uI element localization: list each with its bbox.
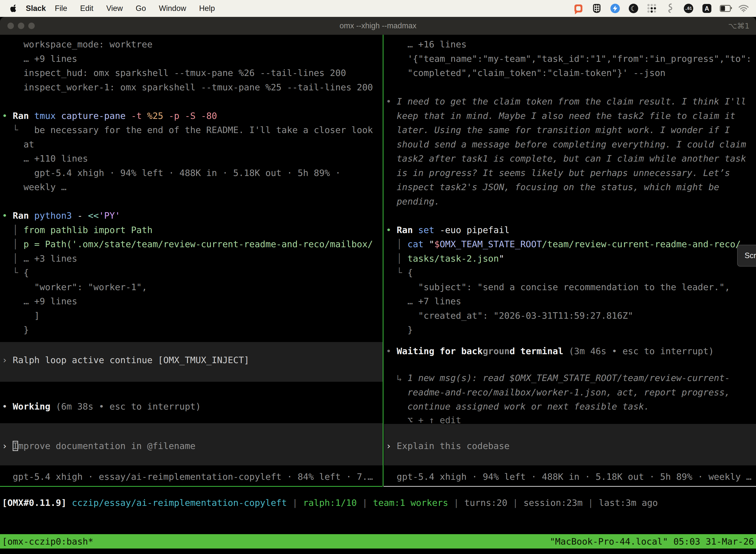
a-app-icon[interactable]: A (701, 3, 712, 14)
apple-menu-icon[interactable] (9, 4, 16, 12)
terminal-line: is in progress? It seems likely but perh… (386, 167, 730, 179)
text-segment: session:23m (523, 498, 582, 508)
text-segment: • (2, 211, 13, 221)
text-segment: | (357, 498, 373, 508)
battery-icon[interactable] (720, 3, 731, 14)
text-segment: … +9 lines (2, 296, 77, 306)
terminal-line: [OMX#0.11.9] cczip/essay/ai-reimplementa… (2, 497, 658, 509)
prompt-input-left[interactable]: › Improve documentation in @filename (0, 423, 383, 465)
squiggle-icon[interactable] (665, 3, 676, 14)
terminal-line: … +9 lines (2, 296, 77, 307)
terminal-line: › Ralph loop active continue [OMX_TMUX_I… (2, 354, 249, 366)
text-segment: set (418, 225, 440, 235)
terminal-line: gpt-5.4 xhigh · 94% left · 488K in · 5.1… (2, 167, 340, 179)
text-segment: › (2, 441, 13, 451)
terminal-line: ] (2, 310, 40, 321)
text-segment: d terminal (510, 346, 569, 356)
text-segment: gpt-5.4 xhigh · 94% left · 488K in · 5.1… (386, 472, 752, 482)
terminal-line: … +16 lines (386, 39, 466, 50)
text-segment: tmux (34, 111, 61, 121)
text-segment: - (77, 211, 88, 221)
terminal-line: '{"team_name":"my-team","task_id":"1","f… (386, 53, 752, 64)
terminal-line: │ from pathlib import Path (2, 224, 152, 236)
terminal-line: "worker": "worker-1", (2, 281, 147, 293)
text-segment: ] (2, 311, 40, 321)
menu-items: FileEditViewGoWindowHelp (48, 4, 221, 13)
text-segment: inspect task2's JSON, focusing on the st… (386, 182, 719, 192)
terminal-window: workspace_mode: worktree … +9 lines insp… (0, 0, 756, 554)
text-segment: └ (2, 125, 34, 135)
moon-circle-icon[interactable]: ☾ (628, 3, 639, 14)
text-segment: pending. (386, 196, 440, 207)
tmux-session-label: [omx-cczip0:bash* (2, 536, 93, 547)
text-segment: } (386, 325, 413, 335)
text-segment: should send a message before completing … (386, 139, 746, 150)
text-segment: │ (386, 254, 407, 264)
terminal-line: • Ran set -euo pipefail (386, 224, 510, 236)
terminal-line: "subject": "send a concise recommendatio… (386, 281, 730, 293)
text-segment: " (429, 239, 434, 249)
pane-divider[interactable] (383, 35, 383, 486)
menu-item-view[interactable]: View (100, 4, 129, 13)
dots-grid-icon[interactable] (646, 3, 657, 14)
blue-bolt-icon[interactable] (610, 3, 621, 14)
terminal-line: } (386, 324, 413, 336)
text-segment: gpt-5.4 xhigh · 94% left · 488K in · 5.1… (2, 168, 340, 178)
text-segment: { (23, 268, 29, 278)
terminal-line: later. Using the same for transition mig… (386, 124, 730, 136)
text-segment: later. Using the same for transition mig… (386, 125, 730, 135)
menu-item-go[interactable]: Go (129, 4, 152, 13)
prompt-input-right[interactable]: › Explain this codebase (384, 424, 756, 465)
terminal-line: readme-and-reco/mailbox/worker-1.json, a… (386, 387, 730, 398)
text-segment: Ran (397, 225, 418, 235)
terminal-line: › Improve documentation in @filename (2, 440, 195, 452)
menu-item-file[interactable]: File (48, 4, 74, 13)
terminal-line: gpt-5.4 xhigh · essay/ai-reimplementatio… (2, 471, 373, 483)
terminal-line: } (2, 324, 29, 336)
text-segment: ↳ (386, 373, 407, 383)
slack-badge-icon[interactable] (573, 3, 584, 14)
terminal-line: pending. (386, 196, 440, 207)
text-segment: Ralph loop active continue [OMX_TMUX_INJ… (13, 355, 249, 365)
text-segment: | (448, 498, 464, 508)
terminal-line: • Ran python3 - <<'PY' (2, 210, 120, 221)
text-segment: workspace_mode: worktree (2, 39, 152, 49)
right-pane-border (383, 486, 756, 487)
percent-badge[interactable]: ..61 (683, 3, 694, 14)
terminal-line: inspect_worker-1: omx sparkshell --tmux-… (2, 82, 373, 93)
text-segment: ralph:1/10 (303, 498, 357, 508)
text-segment: task2 after task1 is complete, but can I… (386, 153, 746, 164)
terminal-line: • Ran tmux capture-pane -t %25 -p -S -80 (2, 110, 217, 122)
text-segment: at (2, 139, 34, 150)
terminal-line: keep that in mind. Maybe I also need the… (386, 110, 736, 122)
shield-grid-icon[interactable] (591, 3, 602, 14)
text-segment: │ (2, 225, 23, 235)
text-segment: (3m 46s • esc to interrupt) (569, 346, 714, 356)
text-segment: • (2, 401, 13, 411)
screen-tooltip: Scre (737, 245, 756, 267)
text-segment: cczip/essay/ai-reimplementation-copyleft (72, 498, 287, 508)
terminal-line: └ { (2, 267, 29, 278)
menu-item-edit[interactable]: Edit (74, 4, 100, 13)
menu-item-window[interactable]: Window (152, 4, 192, 13)
text-segment: │ (386, 239, 407, 249)
wifi-icon[interactable] (738, 3, 749, 14)
text-segment: team:1 workers (373, 498, 448, 508)
terminal-line: inspect_hud: omx sparkshell --tmux-pane … (2, 67, 346, 79)
text-segment: • (2, 111, 13, 121)
text-segment: 1 new msg(s): read $OMX_TEAM_STATE_ROOT/… (407, 373, 730, 383)
window-title-bar[interactable]: omx --xhigh --madmax ⌥⌘1 (0, 17, 756, 35)
text-segment: python3 (34, 211, 77, 221)
text-segment: "worker": "worker-1", (2, 282, 147, 292)
text-segment: p = Path('.omx/state/team/review-current… (23, 239, 373, 249)
text-segment: … +7 lines (386, 296, 461, 306)
text-segment: | (507, 498, 523, 508)
menu-item-help[interactable]: Help (193, 4, 222, 13)
text-segment: turns:20 (464, 498, 507, 508)
terminal-line: … +9 lines (2, 53, 77, 64)
text-segment: last:3m ago (599, 498, 658, 508)
text-segment: { (407, 268, 413, 278)
text-segment: $ (434, 239, 440, 249)
active-app-name[interactable]: Slack (26, 4, 46, 13)
terminal-line: "created_at": "2026-03-31T11:59:27.816Z" (386, 310, 633, 321)
